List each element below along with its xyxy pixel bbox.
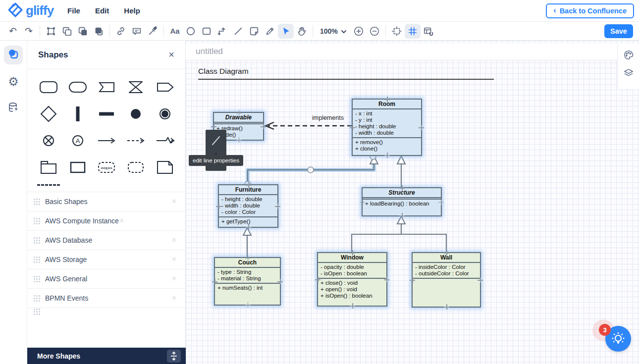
menu-help[interactable]: Help <box>124 6 140 15</box>
pan-tool-button[interactable] <box>294 24 310 39</box>
category-clipped-row[interactable] <box>27 308 185 315</box>
comment-icon[interactable] <box>129 24 145 39</box>
connection-point[interactable] <box>438 200 444 205</box>
shape-circle-a[interactable]: A <box>67 131 89 151</box>
canvas[interactable]: untitled Class Diagram <box>186 41 639 364</box>
shape-uml-package[interactable] <box>38 157 59 177</box>
back-to-confluence-button[interactable]: ‹ Back to Confluence <box>546 3 634 18</box>
shape-rounded-rectangle[interactable] <box>38 77 59 97</box>
menu-edit[interactable]: Edit <box>95 6 109 15</box>
eyedropper-icon[interactable] <box>145 24 160 39</box>
remove-category-icon[interactable]: × <box>172 294 176 303</box>
zoom-dropdown[interactable]: 100% <box>316 24 351 39</box>
class-window[interactable]: Window - opacity : double - isOpen : boo… <box>317 252 387 307</box>
connection-point[interactable] <box>419 125 424 130</box>
remove-category-icon[interactable]: × <box>119 216 124 225</box>
category-aws-general[interactable]: AWS General × <box>27 269 185 289</box>
shape-library-icon[interactable] <box>246 24 262 39</box>
connection-point[interactable] <box>444 304 449 310</box>
category-basic-shapes[interactable]: Basic Shapes × <box>27 192 185 211</box>
merge-shapes-icon[interactable] <box>75 24 91 39</box>
connection-point[interactable] <box>236 137 242 143</box>
drag-handle-icon[interactable] <box>33 295 40 302</box>
shape-note[interactable] <box>154 157 176 177</box>
category-aws-database[interactable]: AWS Database × <box>27 231 185 250</box>
select-all-icon[interactable] <box>43 24 59 39</box>
connection-point[interactable] <box>384 153 390 158</box>
connection-point[interactable] <box>410 277 415 283</box>
link-icon[interactable] <box>113 24 129 39</box>
connection-point[interactable] <box>350 250 355 256</box>
shape-stereotype[interactable]: <<s>> <box>96 157 117 177</box>
drag-handle-icon[interactable] <box>33 198 40 205</box>
shape-ringed-circle[interactable] <box>154 104 176 124</box>
drag-handle-icon[interactable] <box>33 237 40 244</box>
shape-filled-circle[interactable] <box>125 104 147 124</box>
shape-dashed-line[interactable] <box>37 184 60 186</box>
undo-button[interactable]: ↶ <box>5 24 21 39</box>
class-furniture[interactable]: Furniture - height : double - width : do… <box>218 184 278 228</box>
class-wall[interactable]: Wall - insideColor : Color - outsideColo… <box>412 252 481 308</box>
close-icon[interactable]: × <box>168 49 174 60</box>
shape-step[interactable] <box>96 77 117 97</box>
data-rail-button[interactable] <box>4 99 23 118</box>
connection-point[interactable] <box>444 250 449 256</box>
connection-point[interactable] <box>399 213 405 218</box>
class-room[interactable]: Room - x : int - y : int - height : doub… <box>352 99 422 156</box>
connection-point[interactable] <box>277 279 283 284</box>
drag-handle-icon[interactable] <box>33 308 40 315</box>
duplicate-icon[interactable] <box>59 24 75 39</box>
remove-category-icon[interactable]: × <box>172 197 176 206</box>
copy-style-icon[interactable] <box>91 24 106 39</box>
theme-palette-icon[interactable] <box>623 50 634 62</box>
pointer-tool-button[interactable] <box>278 24 294 39</box>
shape-rectangle[interactable] <box>67 157 89 177</box>
line-tool-button[interactable] <box>230 24 246 39</box>
connection-point[interactable] <box>245 302 251 308</box>
remove-category-icon[interactable]: × <box>172 236 176 245</box>
rectangle-tool-button[interactable] <box>199 24 214 39</box>
connection-point[interactable] <box>350 303 355 309</box>
connection-point[interactable] <box>275 204 280 209</box>
category-aws-storage[interactable]: AWS Storage × <box>27 250 185 269</box>
redo-button[interactable]: ↷ <box>21 24 37 39</box>
more-shapes-bar[interactable]: More Shapes <box>27 348 186 364</box>
shape-horizontal-bar[interactable] <box>96 104 117 124</box>
settings-rail-button[interactable]: ⚙ <box>4 72 23 91</box>
notification-badge[interactable]: 3 <box>599 324 611 336</box>
connection-point[interactable] <box>246 182 251 188</box>
class-couch[interactable]: Couch - type : String - material : Strin… <box>214 257 281 306</box>
document-title[interactable]: untitled <box>196 47 223 56</box>
drag-handle-icon[interactable] <box>33 217 40 224</box>
connection-point[interactable] <box>360 200 365 205</box>
class-structure[interactable]: Structure + loadBearing() : boolean <box>362 187 442 216</box>
menu-file[interactable]: File <box>67 6 80 15</box>
drag-and-drop-toggle-button[interactable] <box>421 24 436 39</box>
category-aws-compute-instance[interactable]: AWS Compute Instance × <box>27 211 185 231</box>
ellipse-tool-button[interactable] <box>183 24 199 39</box>
implements-label[interactable]: implements <box>312 114 344 121</box>
connection-point[interactable] <box>384 277 389 282</box>
category-bpmn-events[interactable]: BPMN Events × <box>27 289 185 308</box>
shape-dashed-arrow[interactable] <box>125 131 147 151</box>
remove-category-icon[interactable]: × <box>172 274 176 283</box>
zoom-out-button[interactable] <box>367 24 382 39</box>
shape-arrow[interactable] <box>96 131 117 151</box>
shape-hourglass[interactable] <box>125 77 147 97</box>
grid-toggle-button[interactable] <box>405 24 421 39</box>
shape-diamond[interactable] <box>38 104 59 124</box>
shapes-rail-button[interactable] <box>4 46 23 64</box>
connection-point[interactable] <box>399 185 405 191</box>
text-tool-button[interactable]: Aa <box>167 24 183 39</box>
remove-category-icon[interactable]: × <box>172 255 176 264</box>
shape-zigzag-arrow[interactable] <box>154 131 176 151</box>
connection-point[interactable] <box>246 224 251 230</box>
save-button[interactable]: Save <box>604 24 633 38</box>
connection-point[interactable] <box>212 279 217 284</box>
diagram-heading[interactable]: Class Diagram <box>198 67 494 80</box>
connection-point[interactable] <box>315 277 320 282</box>
zoom-in-button[interactable] <box>351 24 367 39</box>
shape-stadium[interactable] <box>67 77 89 97</box>
shape-dashed-rounded-rect[interactable] <box>125 157 147 177</box>
gliffy-logo[interactable]: gliffy <box>7 1 53 20</box>
